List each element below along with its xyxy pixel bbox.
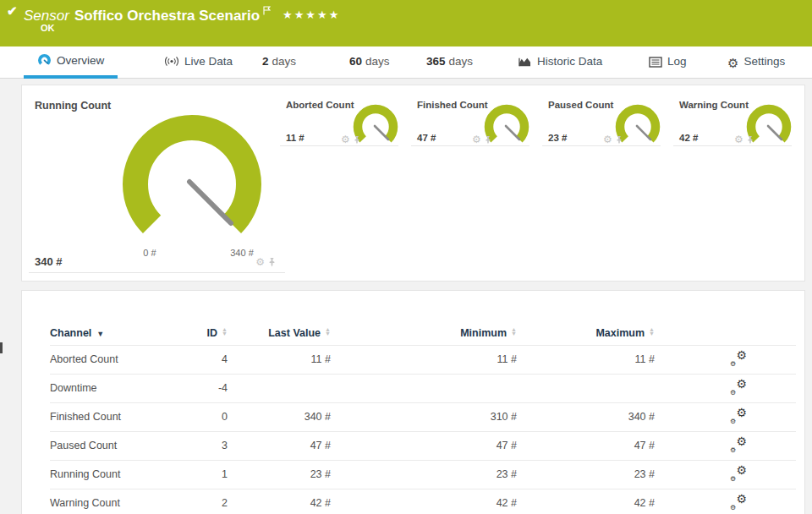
sort-icon: ▲▼ [222, 327, 228, 336]
channel-last-value: 11 # [228, 345, 331, 374]
gauge-title: Finished Count [417, 100, 488, 110]
gauges-panel: Running Count 0 # 340 # 340 # ⚙︎ Aborted… [21, 85, 805, 282]
channel-settings-gears-icon[interactable]: ⚙︎⚙︎ [730, 408, 747, 424]
channel-id: 2 [177, 489, 228, 514]
channel-id: 4 [177, 345, 228, 374]
channel-settings-gears-icon[interactable]: ⚙︎⚙︎ [730, 380, 747, 395]
gauge-icon [37, 49, 52, 78]
widget-pin-icon[interactable] [268, 257, 276, 267]
tab-60-days[interactable]: 60days [346, 46, 393, 79]
gauge-value: 23 # [548, 133, 567, 143]
tab-bar: Overview Live Data 2days 60days 365days … [0, 46, 812, 79]
sensor-status-banner: ✔ SensorSoffico Orchestra Scenario★★★★★ … [0, 0, 812, 46]
channel-name: Paused Count [50, 431, 177, 460]
widget-pin-icon[interactable] [616, 135, 623, 145]
channel-id: 0 [177, 402, 228, 431]
table-row[interactable]: Downtime -4 ⚙︎⚙︎ [50, 374, 796, 402]
channel-maximum: 23 # [517, 460, 655, 489]
sort-icon: ▲▼ [325, 327, 331, 336]
table-row[interactable]: Warning Count 2 42 # 42 # 42 # ⚙︎⚙︎ [50, 489, 796, 514]
gauge-chart [116, 108, 268, 252]
gauge-value: 11 # [286, 133, 304, 143]
gauge-widget-warning-count: Warning Count 42 # ⚙︎ [673, 94, 792, 146]
channel-maximum: 47 # [517, 431, 655, 460]
channel-last-value: 47 # [228, 431, 331, 460]
channel-name: Aborted Count [50, 345, 177, 374]
sort-icon: ▲▼ [649, 327, 655, 336]
channel-minimum: 42 # [331, 489, 517, 514]
widget-pin-icon[interactable] [485, 135, 491, 145]
broadcast-icon [164, 49, 179, 79]
channel-settings-gears-icon[interactable]: ⚙︎⚙︎ [730, 351, 747, 366]
table-row[interactable]: Running Count 1 23 # 23 # 23 # ⚙︎⚙︎ [50, 460, 796, 489]
widget-settings-gear-icon[interactable]: ⚙︎ [341, 134, 350, 145]
gauge-widget-running-count: Running Count 0 # 340 # 340 # ⚙︎ [29, 94, 285, 273]
status-check-icon: ✔ [7, 3, 18, 19]
tab-unit: days [449, 55, 474, 68]
table-row[interactable]: Finished Count 0 340 # 310 # 340 # ⚙︎⚙︎ [50, 402, 796, 431]
gear-icon: ⚙︎ [727, 48, 738, 79]
table-row[interactable]: Paused Count 3 47 # 47 # 47 # ⚙︎⚙︎ [50, 431, 796, 460]
table-header-row: Channel▼ ID▲▼ Last Value▲▼ Minimum▲▼ Max… [50, 321, 796, 345]
widget-settings-gear-icon[interactable]: ⚙︎ [255, 257, 265, 267]
tab-365-days[interactable]: 365days [423, 46, 476, 79]
column-header-minimum[interactable]: Minimum▲▼ [331, 321, 517, 345]
tab-label: Log [667, 55, 687, 68]
channel-maximum [517, 374, 655, 402]
channel-settings-gears-icon[interactable]: ⚙︎⚙︎ [730, 437, 747, 452]
gauge-title: Running Count [35, 100, 111, 112]
widget-settings-gear-icon[interactable]: ⚙︎ [734, 134, 743, 145]
channel-minimum [331, 374, 517, 402]
left-edge-marker [0, 342, 3, 353]
channel-minimum: 23 # [331, 460, 517, 489]
widget-settings-gear-icon[interactable]: ⚙︎ [603, 134, 612, 145]
channel-settings-gears-icon[interactable]: ⚙︎⚙︎ [730, 495, 747, 510]
channel-name: Finished Count [50, 402, 177, 431]
channel-minimum: 11 # [331, 345, 517, 374]
priority-stars[interactable]: ★★★★★ [283, 8, 340, 21]
channel-maximum: 340 # [517, 402, 655, 431]
gauge-widget-finished-count: Finished Count 47 # ⚙︎ [411, 94, 529, 146]
tab-overview[interactable]: Overview [24, 46, 118, 79]
widget-pin-icon[interactable] [354, 135, 360, 145]
gauge-title: Paused Count [548, 100, 613, 110]
column-header-channel[interactable]: Channel▼ [50, 321, 177, 345]
tab-label: Live Data [184, 55, 233, 68]
sensor-status-badge: OK [41, 23, 55, 33]
column-header-id[interactable]: ID▲▼ [177, 321, 228, 345]
tab-live-data[interactable]: Live Data [161, 46, 236, 79]
log-icon [649, 49, 662, 79]
channel-name: Downtime [50, 374, 177, 402]
tab-settings[interactable]: ⚙︎Settings [724, 46, 788, 79]
tab-2-days[interactable]: 2days [259, 46, 299, 79]
widget-settings-gear-icon[interactable]: ⚙︎ [472, 134, 481, 145]
area-chart-icon [518, 49, 532, 79]
table-row[interactable]: Aborted Count 4 11 # 11 # 11 # ⚙︎⚙︎ [50, 345, 796, 374]
tab-unit: days [272, 55, 297, 68]
gauge-widget-paused-count: Paused Count 23 # ⚙︎ [542, 94, 661, 146]
channel-minimum: 310 # [331, 402, 517, 431]
channel-last-value: 42 # [228, 489, 331, 514]
channel-name: Running Count [50, 460, 177, 489]
tab-label: Overview [57, 54, 104, 67]
tab-log[interactable]: Log [645, 46, 690, 79]
channel-settings-gears-icon[interactable]: ⚙︎⚙︎ [730, 466, 747, 481]
channel-minimum: 47 # [331, 431, 517, 460]
gauge-value: 47 # [417, 133, 436, 143]
object-kind-label: Sensor [24, 8, 69, 24]
channel-name: Warning Count [50, 489, 177, 514]
widget-pin-icon[interactable] [747, 135, 754, 145]
channel-id: -4 [177, 374, 228, 402]
channel-maximum: 42 # [517, 489, 655, 514]
channel-last-value [228, 374, 331, 402]
channels-table: Channel▼ ID▲▼ Last Value▲▼ Minimum▲▼ Max… [50, 321, 796, 514]
tab-historic-data[interactable]: Historic Data [514, 46, 606, 79]
gauge-value: 42 # [679, 133, 698, 143]
tab-label: Historic Data [537, 55, 602, 68]
gauge-widget-aborted-count: Aborted Count 11 # ⚙︎ [280, 94, 398, 146]
column-header-maximum[interactable]: Maximum▲▼ [517, 321, 655, 345]
channel-last-value: 340 # [228, 402, 331, 431]
gauge-value: 340 # [35, 255, 63, 268]
tab-number: 365 [426, 55, 446, 68]
column-header-last-value[interactable]: Last Value▲▼ [228, 321, 331, 345]
